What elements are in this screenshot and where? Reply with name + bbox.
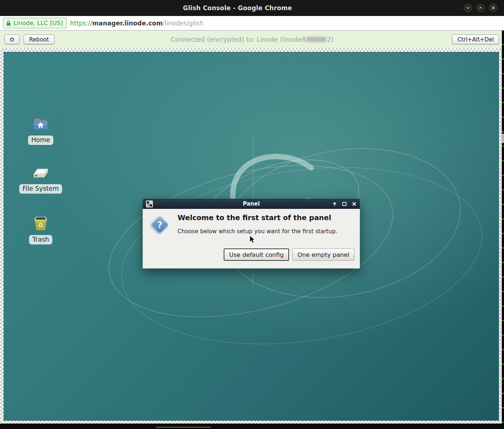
panel-dialog-controls: [332, 201, 357, 206]
chrome-titlebar: Glish Console - Google Chrome: [0, 0, 504, 16]
security-badge-label: Linode, LLC [US]: [13, 20, 63, 27]
home-folder-icon: [32, 116, 49, 131]
dialog-close-button[interactable]: [351, 201, 357, 206]
redacted-linode-id: [306, 37, 326, 42]
dialog-close-icon: [352, 202, 357, 206]
question-icon: ?: [150, 215, 170, 235]
icon-label-trash: Trash: [29, 235, 52, 244]
panel-dialog-title: Panel: [143, 201, 360, 207]
svg-text:♻: ♻: [38, 222, 43, 229]
dialog-heading: Welcome to the first start of the panel: [178, 214, 331, 222]
scrollbar-thumb[interactable]: [502, 134, 504, 143]
reboot-button[interactable]: Reboot: [24, 35, 54, 44]
dialog-buttons: Use default config One empty panel: [224, 248, 354, 261]
arrow-up-icon: [332, 202, 337, 206]
dialog-message: Choose below which setup you want for th…: [178, 228, 337, 235]
icon-label-filesystem: File System: [19, 184, 62, 194]
icon-label-home: Home: [28, 135, 53, 145]
minimize-button[interactable]: [464, 4, 472, 12]
desktop-icon-home[interactable]: Home: [17, 116, 64, 145]
connection-status: Connected (encrypted) to: Linode (linode…: [171, 31, 333, 48]
close-button[interactable]: [489, 4, 497, 12]
dialog-maximize-button[interactable]: [342, 201, 347, 206]
mouse-cursor-icon: [249, 235, 256, 244]
chevron-up-icon: [478, 5, 483, 10]
trash-bin-icon: ♻: [32, 214, 49, 231]
url-path: /linodes/glish: [163, 20, 203, 27]
address-bar[interactable]: Linode, LLC [US] https://manager.linode.…: [0, 16, 504, 31]
one-empty-panel-button[interactable]: One empty panel: [292, 248, 354, 261]
desktop-icon-filesystem[interactable]: File System: [17, 166, 64, 194]
url-scheme: https://: [70, 20, 92, 27]
rollup-button[interactable]: [332, 201, 337, 206]
right-edge-strip: [502, 31, 504, 429]
panel-app-icon: [146, 201, 153, 207]
window-controls: [464, 4, 497, 12]
status-suffix: 2): [327, 36, 333, 43]
maximize-square-icon: [342, 202, 347, 206]
security-badge[interactable]: Linode, LLC [US]: [3, 18, 67, 28]
maximize-button[interactable]: [476, 4, 485, 12]
desktop-icon-trash[interactable]: ♻ Trash: [17, 214, 64, 244]
ctrl-alt-del-button[interactable]: Ctrl+Alt+Del: [452, 35, 499, 44]
url-text[interactable]: https://manager.linode.com/linodes/glish: [70, 20, 203, 27]
power-icon: [10, 36, 14, 43]
panel-dialog: Panel ? Welcome to the first: [143, 199, 360, 268]
power-button[interactable]: [4, 35, 20, 44]
chevron-down-icon: [466, 5, 470, 10]
window-title: Glish Console - Google Chrome: [0, 0, 475, 16]
status-prefix: Connected (encrypted) to: Linode (linode…: [171, 36, 306, 43]
url-host: manager.linode.com: [92, 20, 163, 27]
use-default-config-button[interactable]: Use default config: [224, 248, 289, 261]
panel-dialog-titlebar[interactable]: Panel: [143, 199, 360, 209]
glish-toolbar: Reboot Connected (encrypted) to: Linode …: [0, 31, 504, 48]
padlock-icon: [6, 20, 11, 26]
bottom-green-line: [156, 427, 211, 428]
close-icon: [491, 6, 495, 10]
bottom-edge-strip: [0, 424, 504, 429]
filesystem-drive-icon: [32, 166, 50, 180]
